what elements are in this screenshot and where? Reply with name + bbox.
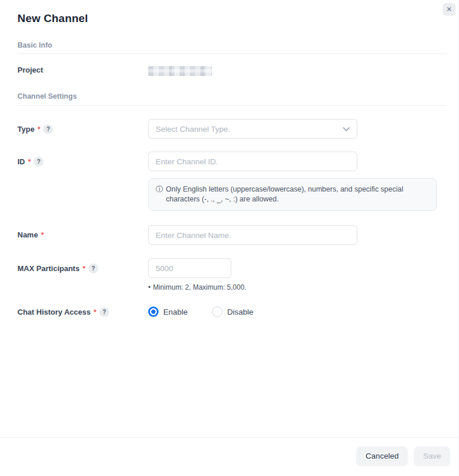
id-label-group: ID * ?	[17, 152, 148, 167]
required-asterisk: *	[41, 230, 44, 239]
radio-disable-icon	[212, 306, 223, 317]
section-channel-settings: Channel Settings	[17, 92, 447, 101]
max-participants-help-icon[interactable]: ?	[88, 264, 98, 273]
channel-id-input[interactable]	[148, 152, 357, 171]
modal-footer: Canceled Save	[0, 437, 458, 476]
project-label: Project	[17, 66, 43, 74]
radio-enable-label: Enable	[163, 308, 188, 316]
id-info-box: ⓘ Only English letters (uppercase/lowerc…	[148, 178, 437, 211]
page-title: New Channel	[17, 0, 447, 25]
max-participants-note: • Minimum: 2, Maximum: 5,000.	[148, 283, 246, 292]
id-info-text: Only English letters (uppercase/lowercas…	[166, 185, 429, 204]
max-participants-input-group: • Minimum: 2, Maximum: 5,000.	[148, 258, 246, 292]
channel-type-select[interactable]: Select Channel Type.	[148, 119, 357, 139]
max-participants-row: MAX Participants * ? • Minimum: 2, Maxim…	[17, 258, 447, 292]
chevron-down-icon	[343, 125, 350, 134]
new-channel-modal: ✕ New Channel Basic Info Project Channel…	[0, 0, 459, 476]
radio-enable-icon	[148, 306, 159, 317]
radio-disable[interactable]: Disable	[212, 306, 253, 317]
bullet-icon: •	[148, 283, 150, 292]
chat-history-access-label: Chat History Access	[17, 308, 91, 316]
close-button[interactable]: ✕	[443, 3, 456, 16]
project-value-redacted	[148, 66, 212, 76]
close-icon: ✕	[446, 5, 452, 13]
channel-name-input[interactable]	[148, 225, 357, 245]
info-icon: ⓘ	[156, 185, 163, 204]
radio-enable[interactable]: Enable	[148, 306, 188, 317]
required-asterisk: *	[28, 157, 31, 166]
type-row: Type * ? Select Channel Type.	[17, 119, 447, 139]
radio-disable-label: Disable	[227, 308, 253, 316]
max-participants-label: MAX Participants	[17, 264, 80, 273]
id-input-group: ⓘ Only English letters (uppercase/lowerc…	[148, 152, 437, 211]
max-participants-note-text: Minimum: 2, Maximum: 5,000.	[153, 283, 246, 292]
required-asterisk: *	[83, 264, 85, 273]
max-participants-label-group: MAX Participants * ?	[17, 258, 148, 273]
type-label: Type	[17, 125, 34, 134]
id-help-icon[interactable]: ?	[34, 157, 44, 167]
chat-history-access-options: Enable Disable	[148, 305, 253, 317]
divider-channel-settings	[17, 105, 447, 106]
divider-basic-info	[17, 53, 447, 54]
max-participants-input[interactable]	[148, 258, 231, 278]
required-asterisk: *	[37, 125, 40, 134]
modal-content: New Channel Basic Info Project Channel S…	[0, 0, 458, 317]
chat-history-access-row: Chat History Access * ? Enable Disable	[17, 305, 447, 317]
name-row: Name *	[17, 225, 447, 245]
project-label-group: Project	[17, 66, 148, 74]
channel-type-placeholder: Select Channel Type.	[156, 125, 230, 134]
project-row: Project	[17, 66, 447, 76]
name-label-group: Name *	[17, 225, 148, 239]
required-asterisk: *	[94, 308, 96, 316]
id-label: ID	[17, 157, 25, 166]
chat-history-access-label-group: Chat History Access * ?	[17, 305, 148, 317]
section-basic-info: Basic Info	[17, 41, 447, 50]
name-label: Name	[17, 230, 38, 239]
save-button[interactable]: Save	[414, 446, 450, 466]
chat-history-access-help-icon[interactable]: ?	[99, 307, 109, 317]
id-row: ID * ? ⓘ Only English letters (uppercase…	[17, 152, 447, 211]
type-help-icon[interactable]: ?	[43, 124, 53, 134]
cancel-button[interactable]: Canceled	[356, 446, 408, 466]
type-label-group: Type * ?	[17, 119, 148, 134]
